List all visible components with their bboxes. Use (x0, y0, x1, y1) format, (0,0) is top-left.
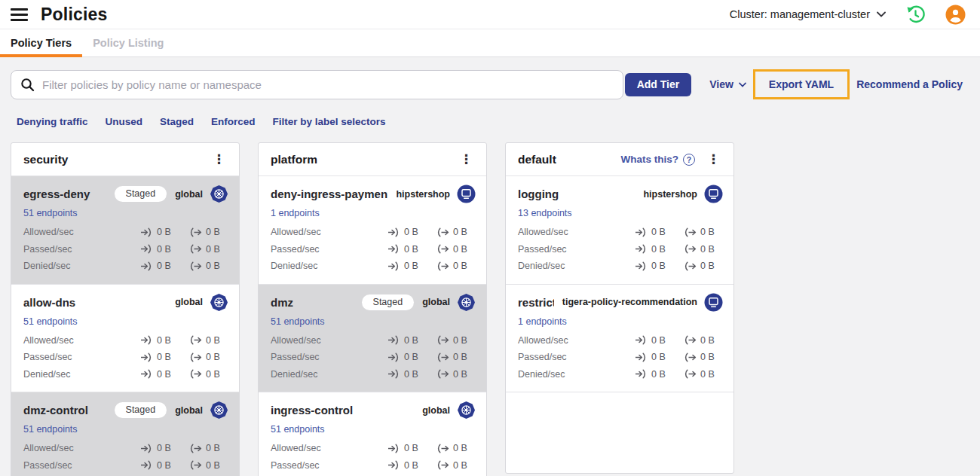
policy-card[interactable]: egress-deny Staged global 51 endpoints A… (11, 176, 239, 285)
tab-policy-tiers[interactable]: Policy Tiers (0, 29, 82, 56)
filter-enforced[interactable]: Enforced (211, 116, 256, 127)
policy-card[interactable]: dmz Staged global 51 endpoints Allowed/s… (259, 285, 486, 393)
egress-icon (684, 244, 697, 254)
staged-badge: Staged (115, 402, 167, 418)
metric-ingress-value: 0 B (651, 227, 666, 237)
tier-menu-icon[interactable]: ⋮ (703, 151, 724, 167)
metric-label: Denied/sec (23, 369, 71, 380)
endpoints-link[interactable]: 51 endpoints (271, 424, 325, 435)
egress-icon (436, 261, 449, 271)
tab-policy-listing[interactable]: Policy Listing (82, 29, 174, 56)
ingress-icon (140, 335, 153, 345)
policy-name: ingress-control (271, 404, 414, 416)
metric-ingress-value: 0 B (404, 261, 418, 271)
search-input[interactable] (42, 78, 614, 91)
global-policy-icon (210, 293, 228, 312)
cluster-selector[interactable]: Cluster: management-cluster (730, 8, 886, 20)
metric-egress-value: 0 B (700, 244, 715, 255)
endpoints-link[interactable]: 51 endpoints (23, 316, 78, 327)
namespace-policy-icon (457, 185, 476, 203)
metric-label: Denied/sec (271, 369, 318, 380)
namespace-policy-icon (704, 185, 723, 203)
metric-label: Denied/sec (271, 261, 318, 271)
endpoints-link[interactable]: 13 endpoints (518, 208, 572, 218)
metrics: Allowed/sec 0 B (271, 224, 476, 275)
history-icon[interactable] (905, 5, 926, 25)
egress-icon (189, 227, 202, 237)
egress-icon (684, 227, 697, 237)
metric-label: Allowed/sec (271, 335, 321, 346)
egress-icon (436, 352, 449, 362)
metric-label: Allowed/sec (23, 443, 74, 453)
metric-label: Passed/sec (271, 244, 320, 255)
ingress-icon (387, 369, 400, 379)
endpoints-link[interactable]: 51 endpoints (23, 424, 78, 435)
policy-scope-label: tigera-policy-recommendation (562, 297, 697, 307)
metrics: Allowed/sec 0 B (23, 224, 228, 275)
filter-denying-traffic[interactable]: Denying traffic (17, 116, 88, 127)
metric-egress-value: 0 B (453, 227, 467, 237)
metric-label: Passed/sec (23, 244, 72, 255)
metric-row: Denied/sec 0 B (23, 366, 228, 383)
metric-row: Passed/sec 0 B (23, 457, 228, 474)
metric-ingress-value: 0 B (404, 443, 418, 453)
metric-egress-value: 0 B (453, 335, 467, 346)
policy-scope-label: hipstershop (643, 189, 697, 200)
ingress-icon (387, 352, 400, 362)
metric-ingress-value: 0 B (651, 352, 666, 362)
metric-egress-value: 0 B (453, 369, 467, 380)
metrics: Allowed/sec 0 B (271, 332, 476, 383)
view-dropdown-button[interactable]: View (709, 78, 746, 90)
metric-row: Allowed/sec 0 B (271, 332, 476, 349)
filter-by-label-selectors[interactable]: Filter by label selectors (273, 116, 386, 127)
menu-icon[interactable] (11, 8, 28, 21)
namespace-policy-icon (704, 293, 723, 312)
tier-header: platform ⋮ (259, 143, 486, 176)
metric-row: Denied/sec 0 B (518, 258, 723, 275)
endpoints-link[interactable]: 51 endpoints (271, 316, 325, 327)
egress-icon (684, 352, 697, 362)
chevron-down-icon (877, 11, 886, 17)
ingress-icon (140, 444, 153, 453)
export-yaml-button[interactable]: Export YAML (769, 78, 834, 90)
endpoints-link[interactable]: 1 endpoints (518, 316, 567, 327)
metric-ingress-value: 0 B (157, 261, 171, 271)
metric-egress-value: 0 B (206, 352, 220, 362)
metrics: Allowed/sec 0 B (518, 224, 723, 275)
tier-menu-icon[interactable]: ⋮ (208, 151, 230, 167)
metrics: Allowed/sec 0 B (23, 440, 228, 476)
metric-label: Allowed/sec (23, 227, 74, 237)
metric-egress-value: 0 B (206, 227, 220, 237)
metric-ingress-value: 0 B (157, 369, 171, 380)
metric-egress-value: 0 B (700, 261, 715, 271)
metric-row: Passed/sec 0 B (271, 457, 476, 474)
global-policy-icon (457, 293, 476, 312)
metric-ingress-value: 0 B (651, 244, 666, 255)
policy-card[interactable]: ingress-control global 51 endpoints Allo… (259, 392, 486, 476)
policy-card[interactable]: dmz-control Staged global 51 endpoints A… (11, 392, 239, 476)
ingress-icon (387, 244, 400, 254)
ingress-icon (635, 227, 648, 237)
tier-help-link[interactable]: Whats this? ? (621, 154, 696, 166)
tier-menu-icon[interactable]: ⋮ (455, 151, 477, 167)
endpoints-link[interactable]: 51 endpoints (23, 208, 78, 218)
policy-card[interactable]: allow-dns global 51 endpoints Allowed/se… (11, 285, 239, 393)
policy-card[interactable]: restricted tigera-policy-recommendation … (506, 285, 733, 393)
cluster-selector-label: Cluster: management-cluster (730, 8, 870, 20)
metric-egress-value: 0 B (700, 352, 715, 362)
ingress-icon (635, 335, 648, 345)
metric-ingress-value: 0 B (404, 244, 418, 255)
staged-badge: Staged (362, 294, 415, 310)
filter-unused[interactable]: Unused (106, 116, 143, 127)
policy-list: deny-ingress-paymentservi… hipstershop 1… (259, 176, 486, 476)
endpoints-link[interactable]: 1 endpoints (271, 208, 320, 218)
policy-card[interactable]: deny-ingress-paymentservi… hipstershop 1… (259, 176, 486, 285)
user-avatar[interactable] (945, 5, 966, 25)
filter-staged[interactable]: Staged (160, 116, 194, 127)
metric-ingress-value: 0 B (157, 227, 171, 237)
policy-scope-label: global (422, 405, 450, 416)
tier-header: security ⋮ (11, 143, 239, 176)
add-tier-button[interactable]: Add Tier (625, 73, 692, 96)
policy-card[interactable]: logging hipstershop 13 endpoints Allowed… (506, 176, 733, 285)
recommend-policy-button[interactable]: Recommend a Policy (856, 78, 963, 90)
